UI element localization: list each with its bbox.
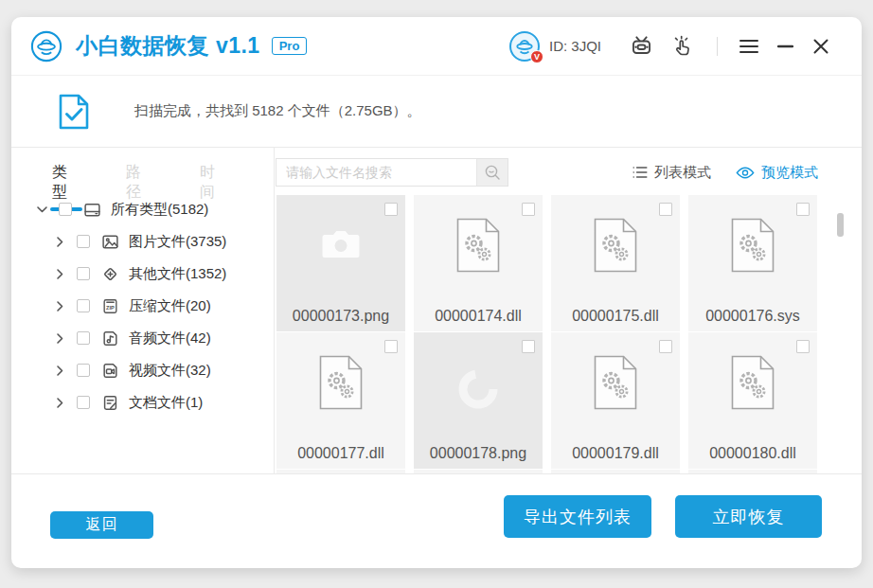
file-checkbox[interactable] xyxy=(522,340,535,353)
minimize-icon[interactable] xyxy=(775,34,794,59)
document-check-icon xyxy=(59,94,89,130)
tree-item-label: 其他文件(1352) xyxy=(129,265,226,283)
robot-icon[interactable] xyxy=(629,34,653,59)
video-file-icon xyxy=(101,362,119,380)
gear-document-icon xyxy=(731,218,775,276)
scan-status-message: 扫描完成，共找到 5182 个文件（2.75GB）。 xyxy=(134,102,421,120)
tree-item-audio[interactable]: 音频文件(42) xyxy=(11,322,274,354)
view-mode-switch: 列表模式 预览模式 xyxy=(608,164,862,182)
file-checkbox[interactable] xyxy=(659,203,672,216)
scrollbar-thumb[interactable] xyxy=(837,213,844,237)
user-avatar[interactable]: V xyxy=(509,31,540,62)
tree-checkbox[interactable] xyxy=(77,267,90,280)
drive-icon xyxy=(83,201,101,219)
file-tile[interactable]: 00000175.dll xyxy=(551,195,680,331)
tree-checkbox[interactable] xyxy=(77,396,90,409)
file-checkbox[interactable] xyxy=(796,203,810,216)
file-checkbox[interactable] xyxy=(384,203,398,216)
tree-item-label: 文档文件(1) xyxy=(129,394,203,412)
preview-mode-label: 预览模式 xyxy=(761,164,818,182)
recover-now-button[interactable]: 立即恢复 xyxy=(675,495,822,538)
tree-item-label: 压缩文件(20) xyxy=(129,297,211,315)
chevron-right-icon[interactable] xyxy=(54,236,66,248)
chevron-right-icon[interactable] xyxy=(54,397,66,409)
file-tile[interactable]: 00000173.png xyxy=(276,195,405,331)
export-file-list-button[interactable]: 导出文件列表 xyxy=(504,495,651,538)
list-mode-label: 列表模式 xyxy=(654,164,711,182)
file-checkbox[interactable] xyxy=(659,340,672,353)
file-name: 00000180.dll xyxy=(688,445,817,462)
tree-item-label: 所有类型(5182) xyxy=(111,201,208,219)
list-mode-button[interactable]: 列表模式 xyxy=(632,164,711,182)
app-title: 小白数据恢复 v1.1 xyxy=(76,31,260,61)
tree-checkbox[interactable] xyxy=(77,299,90,312)
content-toolbar: 列表模式 预览模式 xyxy=(276,157,862,187)
hand-click-icon[interactable] xyxy=(670,34,695,59)
file-name: 00000177.dll xyxy=(276,445,405,462)
preview-mode-button[interactable]: 预览模式 xyxy=(736,164,818,182)
back-button[interactable]: 返回 xyxy=(50,511,153,539)
tree-item-label: 音频文件(42) xyxy=(129,330,211,347)
file-tile[interactable]: 00000177.dll xyxy=(276,332,405,469)
file-type-tree: 所有类型(5182) 图片文件(3735) xyxy=(11,193,274,419)
list-icon xyxy=(632,166,648,179)
pro-badge: Pro xyxy=(272,37,308,55)
search-button[interactable] xyxy=(476,159,508,186)
vip-badge: V xyxy=(530,50,543,63)
tree-item-label: 图片文件(3735) xyxy=(129,233,226,251)
search-box xyxy=(276,158,508,187)
eye-icon xyxy=(736,167,755,179)
chevron-right-icon[interactable] xyxy=(54,268,66,280)
gear-document-icon xyxy=(319,355,363,414)
tree-item-images[interactable]: 图片文件(3735) xyxy=(11,225,274,258)
ufo-logo-icon xyxy=(30,30,62,62)
zip-file-icon: ZIP xyxy=(101,297,119,315)
file-checkbox[interactable] xyxy=(796,340,810,353)
file-tile[interactable]: 00000176.sys xyxy=(688,195,817,331)
image-file-icon xyxy=(101,233,119,251)
search-input[interactable] xyxy=(276,159,476,186)
close-icon[interactable] xyxy=(811,34,830,59)
titlebar-divider xyxy=(717,37,718,56)
tree-item-documents[interactable]: 文档文件(1) xyxy=(11,386,274,419)
file-tile[interactable]: 00000174.dll xyxy=(414,195,543,331)
search-icon xyxy=(484,164,501,181)
file-name: 00000176.sys xyxy=(688,308,817,325)
gear-document-icon xyxy=(594,355,637,414)
user-id: ID: 3JQI xyxy=(549,38,601,54)
chevron-right-icon[interactable] xyxy=(54,332,66,345)
file-tile[interactable]: 00000178.png xyxy=(414,332,543,469)
file-name: 00000173.png xyxy=(276,308,405,325)
file-checkbox[interactable] xyxy=(384,340,398,353)
chevron-right-icon[interactable] xyxy=(54,365,66,377)
tree-item-label: 视频文件(32) xyxy=(129,362,211,380)
tree-checkbox[interactable] xyxy=(77,235,90,248)
gear-document-icon xyxy=(594,218,637,276)
zip-glyph-text: ZIP xyxy=(106,305,115,311)
tree-checkbox[interactable] xyxy=(59,203,72,216)
sidebar: 类型 路径 时间 所有类型(5182) xyxy=(11,148,275,473)
tree-item-all-types[interactable]: 所有类型(5182) xyxy=(11,193,274,225)
tree-item-other[interactable]: 其他文件(1352) xyxy=(11,258,274,290)
tree-item-archives[interactable]: ZIP 压缩文件(20) xyxy=(11,290,274,322)
tree-item-video[interactable]: 视频文件(32) xyxy=(11,354,274,386)
scan-status-bar: 扫描完成，共找到 5182 个文件（2.75GB）。 xyxy=(11,76,862,148)
file-browser: 列表模式 预览模式 xyxy=(275,148,862,473)
image-placeholder-spinner-icon xyxy=(454,365,503,418)
gear-document-icon xyxy=(456,218,500,276)
gear-document-icon xyxy=(731,355,775,414)
file-tile[interactable]: 00000180.dll xyxy=(688,332,817,469)
chevron-down-icon[interactable] xyxy=(36,204,48,216)
file-name: 00000174.dll xyxy=(414,308,543,325)
footer-bar: 返回 导出文件列表 立即恢复 xyxy=(11,473,862,568)
hamburger-menu-icon[interactable] xyxy=(739,34,758,59)
doc-file-icon xyxy=(101,394,119,412)
file-checkbox[interactable] xyxy=(522,203,535,216)
tree-checkbox[interactable] xyxy=(77,331,90,345)
file-grid: 00000173.png 00000174.dll 00000175.dll 0… xyxy=(276,195,820,473)
file-tile[interactable]: 00000179.dll xyxy=(551,332,680,469)
tree-checkbox[interactable] xyxy=(77,364,90,377)
title-bar: 小白数据恢复 v1.1 Pro V ID: 3JQI xyxy=(11,17,862,76)
chevron-right-icon[interactable] xyxy=(54,300,66,312)
other-file-icon xyxy=(101,265,119,283)
